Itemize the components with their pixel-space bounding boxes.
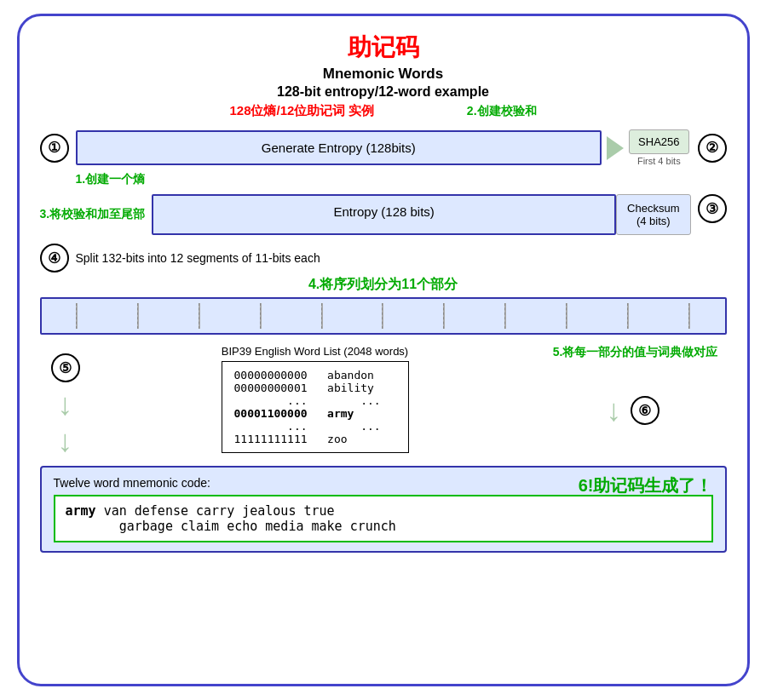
seg-div-9 [566, 303, 567, 329]
seg-div-4 [260, 303, 262, 329]
checksum-box: Checksum(4 bits) [616, 194, 690, 235]
step6-label-cn: 6!助记码生成了！ [579, 474, 713, 497]
sha256-box: SHA256 [629, 129, 688, 154]
segment-bar [40, 297, 727, 335]
step4-circle: ④ [40, 244, 69, 273]
big-arrow-down-1: ↓ [58, 386, 73, 422]
wordlist-title: BIP39 English Word List (2048 words) [91, 345, 539, 358]
seg-div-10 [627, 303, 629, 329]
big-arrow-down-2: ↓ [58, 422, 73, 459]
step5-label-cn: 5.将每一部分的值与词典做对应 [539, 345, 727, 360]
wordlist-container: BIP39 English Word List (2048 words) 000… [91, 345, 539, 453]
title-en2: 128-bit entropy/12-word example [40, 84, 727, 100]
seg-div-2 [137, 303, 139, 329]
seg-div-3 [199, 303, 200, 329]
step1-circle: ① [40, 134, 69, 163]
step3-circle: ③ [698, 194, 727, 223]
sha-area: SHA256 First 4 bits [629, 129, 688, 166]
seg-div-6 [382, 303, 383, 329]
seg-div-1 [76, 303, 78, 329]
wl-row-6: 11111111111 zoo [234, 433, 396, 445]
wl-row-3: ... ... [234, 394, 396, 407]
left-arrow-area: ⑤ ↓ ↓ [40, 345, 91, 459]
seg-div-8 [504, 303, 506, 329]
arrow-down-right: ↓ [607, 393, 622, 428]
mnemonic-bold-word: army [66, 503, 96, 519]
wl-row-2: 00000000001 ability [234, 382, 396, 394]
step2-label-cn: 2.创建校验和 [467, 104, 537, 118]
step4-label-cn: 4.将序列划分为11个部分 [40, 276, 727, 294]
arrow-right-1 [607, 136, 624, 160]
title-en1: Mnemonic Words [40, 66, 727, 83]
seg-div-11 [688, 303, 690, 329]
wordlist-box: 00000000000 abandon 00000000001 ability … [222, 361, 409, 453]
step1-label-cn: 1.创建一个熵 [76, 172, 146, 186]
step6-circle: ⑥ [631, 396, 659, 425]
mnemonic-row: 6!助记码生成了！ Twelve word mnemonic code: arm… [40, 466, 727, 553]
mnemonic-output: army van defense carry jealous true garb… [54, 495, 713, 542]
split-label: ④ Split 132-bits into 12 segments of 11-… [40, 244, 727, 273]
wl-row-5: ... ... [234, 420, 396, 433]
wl-row-1: 00000000000 abandon [234, 369, 396, 382]
seg-div-7 [443, 303, 445, 329]
subtitle-cn: 128位熵/12位助记词 实例 2.创建校验和 [40, 103, 727, 119]
step2-circle: ② [698, 134, 727, 163]
main-card: 助记码 Mnemonic Words 128-bit entropy/12-wo… [17, 14, 750, 686]
right-side: 5.将每一部分的值与词典做对应 ↓ ⑥ [539, 345, 727, 428]
first4bits-label: First 4 bits [637, 156, 681, 166]
step3-label-cn: 3.将校验和加至尾部 [40, 207, 146, 222]
step5-circle: ⑤ [51, 353, 80, 382]
wordlist-row: ⑤ ↓ ↓ BIP39 English Word List (2048 word… [40, 345, 727, 459]
seg-div-5 [321, 303, 323, 329]
title-cn: 助记码 [40, 32, 727, 64]
mnemonic-rest: van defense carry jealous true garbage c… [66, 503, 396, 534]
wl-row-4: 00001100000 army [234, 407, 396, 420]
entropy-box: Generate Entropy (128bits) [76, 130, 602, 165]
step6-area: ↓ ⑥ [607, 393, 659, 428]
entropy-box2: Entropy (128 bits) [152, 194, 616, 235]
split-row: ④ Split 132-bits into 12 segments of 11-… [40, 244, 727, 335]
